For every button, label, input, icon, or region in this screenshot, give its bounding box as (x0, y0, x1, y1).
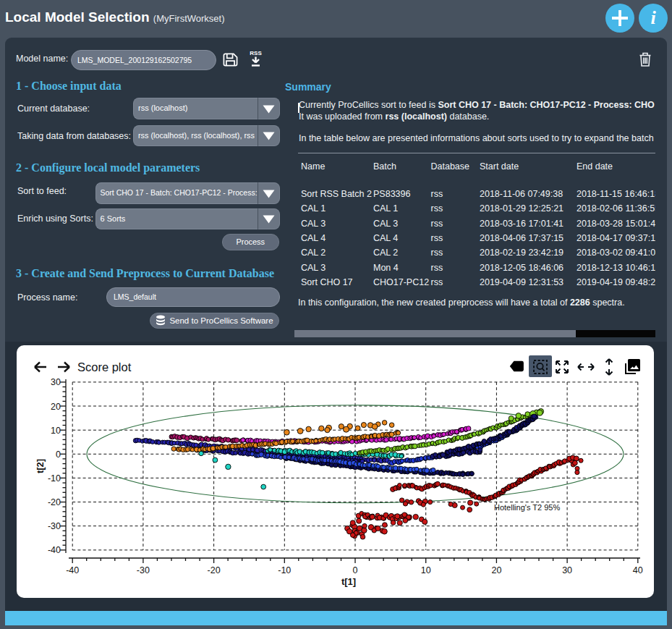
svg-text:Hotelling's T2 95%: Hotelling's T2 95% (494, 503, 560, 512)
svg-text:20: 20 (51, 402, 61, 412)
svg-text:t[1]: t[1] (341, 576, 356, 587)
svg-text:0: 0 (56, 449, 61, 460)
svg-text:40: 40 (633, 565, 643, 575)
svg-text:30: 30 (562, 565, 572, 575)
svg-text:-40: -40 (48, 545, 61, 555)
svg-text:10: 10 (51, 426, 61, 436)
svg-text:30: 30 (51, 377, 61, 387)
svg-text:-10: -10 (278, 565, 291, 575)
svg-text:-20: -20 (48, 497, 61, 507)
svg-text:0: 0 (353, 565, 358, 575)
svg-text:-30: -30 (48, 521, 61, 531)
svg-text:-20: -20 (208, 565, 221, 575)
svg-text:-30: -30 (137, 565, 150, 575)
svg-text:-10: -10 (48, 473, 61, 484)
svg-text:RSS: RSS (250, 50, 262, 56)
svg-text:t[2]: t[2] (35, 459, 46, 473)
svg-text:-40: -40 (66, 565, 79, 575)
svg-text:10: 10 (421, 565, 431, 575)
svg-text:20: 20 (491, 565, 501, 575)
